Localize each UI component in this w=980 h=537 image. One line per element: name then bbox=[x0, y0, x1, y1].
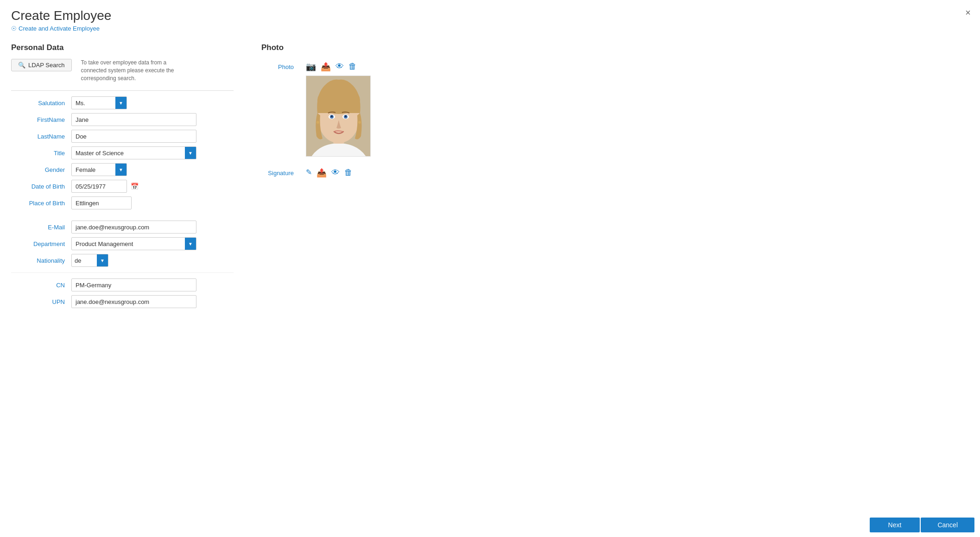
place-of-birth-field bbox=[71, 196, 234, 209]
photo-actions: 📷 📤 👁 🗑 bbox=[306, 62, 357, 72]
form-divider-top bbox=[11, 90, 234, 91]
date-of-birth-input[interactable] bbox=[71, 180, 127, 193]
signature-actions: ✎ 📤 👁 🗑 bbox=[306, 168, 353, 178]
cn-label: CN bbox=[11, 282, 71, 289]
left-panel: Personal Data 🔍 LDAP Search To take over… bbox=[11, 43, 234, 308]
photo-image bbox=[306, 76, 371, 157]
camera-icon[interactable]: 📷 bbox=[306, 62, 316, 72]
nationality-select[interactable]: de ▼ bbox=[71, 254, 108, 267]
department-dropdown-icon[interactable]: ▼ bbox=[185, 237, 196, 250]
calendar-icon[interactable]: 📅 bbox=[131, 183, 139, 190]
ldap-info-text: To take over employee data from a connec… bbox=[81, 59, 183, 82]
salutation-label: Salutation bbox=[11, 100, 71, 107]
right-panel: Photo Photo 📷 📤 👁 🗑 bbox=[261, 43, 969, 308]
nationality-value: de bbox=[72, 255, 97, 266]
lastname-label: LastName bbox=[11, 133, 71, 140]
upn-field bbox=[71, 295, 234, 308]
title-value: Master of Science bbox=[72, 148, 185, 158]
close-button[interactable]: × bbox=[965, 7, 971, 18]
title-field: Master of Science ▼ bbox=[71, 146, 234, 159]
personal-data-form: Salutation Ms. ▼ FirstName LastName bbox=[11, 96, 234, 308]
form-divider-middle bbox=[11, 272, 234, 273]
personal-data-title: Personal Data bbox=[11, 43, 234, 52]
department-field: Product Management ▼ bbox=[71, 237, 234, 250]
svg-point-7 bbox=[331, 115, 333, 117]
search-icon: 🔍 bbox=[18, 62, 25, 69]
dialog-header: Create Employee ☉ Create and Activate Em… bbox=[0, 0, 980, 36]
cn-input[interactable] bbox=[71, 278, 196, 291]
delete-photo-icon[interactable]: 🗑 bbox=[348, 62, 357, 72]
upn-input[interactable] bbox=[71, 295, 196, 308]
signature-label: Signature bbox=[261, 170, 298, 177]
email-label: E-Mail bbox=[11, 224, 71, 231]
page-title: Create Employee bbox=[11, 8, 969, 23]
nationality-dropdown-icon[interactable]: ▼ bbox=[97, 254, 108, 267]
title-dropdown-icon[interactable]: ▼ bbox=[185, 146, 196, 159]
date-of-birth-field: 📅 bbox=[71, 180, 234, 193]
title-label: Title bbox=[11, 150, 71, 157]
department-value: Product Management bbox=[72, 239, 185, 249]
salutation-value: Ms. bbox=[72, 98, 115, 108]
department-label: Department bbox=[11, 240, 71, 247]
date-of-birth-label: Date of Birth bbox=[11, 183, 71, 190]
create-activate-link[interactable]: ☉ Create and Activate Employee bbox=[11, 25, 100, 32]
email-field bbox=[71, 221, 234, 234]
cancel-button[interactable]: Cancel bbox=[921, 518, 974, 532]
lastname-field bbox=[71, 130, 234, 143]
signature-delete-icon[interactable]: 🗑 bbox=[344, 168, 353, 178]
email-input[interactable] bbox=[71, 221, 196, 234]
lastname-input[interactable] bbox=[71, 130, 196, 143]
next-button[interactable]: Next bbox=[870, 518, 920, 532]
svg-point-12 bbox=[358, 121, 361, 124]
signature-upload-icon[interactable]: 📤 bbox=[316, 168, 327, 178]
salutation-field: Ms. ▼ bbox=[71, 96, 234, 109]
ldap-search-button[interactable]: 🔍 LDAP Search bbox=[11, 59, 72, 71]
bottom-bar: Next Cancel bbox=[864, 513, 980, 537]
photo-content: 📷 📤 👁 🗑 bbox=[306, 62, 371, 157]
firstname-label: FirstName bbox=[11, 116, 71, 123]
salutation-dropdown-icon[interactable]: ▼ bbox=[115, 96, 126, 109]
person-photo-svg bbox=[306, 76, 371, 157]
svg-point-11 bbox=[316, 121, 319, 124]
upload-icon[interactable]: 📤 bbox=[321, 62, 331, 72]
create-employee-dialog: Create Employee ☉ Create and Activate Em… bbox=[0, 0, 980, 537]
nationality-field: de ▼ bbox=[71, 254, 234, 267]
firstname-input[interactable] bbox=[71, 113, 196, 126]
gender-dropdown-icon[interactable]: ▼ bbox=[115, 163, 126, 176]
photo-label: Photo bbox=[261, 63, 298, 70]
place-of-birth-label: Place of Birth bbox=[11, 200, 71, 207]
signature-view-icon[interactable]: 👁 bbox=[331, 168, 340, 178]
signature-draw-icon[interactable]: ✎ bbox=[306, 168, 312, 178]
nationality-label: Nationality bbox=[11, 257, 71, 264]
title-select[interactable]: Master of Science ▼ bbox=[71, 146, 196, 159]
gender-select[interactable]: Female ▼ bbox=[71, 163, 127, 176]
photo-section-title: Photo bbox=[261, 43, 969, 52]
gender-label: Gender bbox=[11, 166, 71, 173]
place-of-birth-input[interactable] bbox=[71, 196, 132, 209]
photo-row: Photo 📷 📤 👁 🗑 bbox=[261, 62, 969, 157]
check-circle-icon: ☉ bbox=[11, 25, 17, 32]
main-content: Personal Data 🔍 LDAP Search To take over… bbox=[0, 36, 980, 316]
firstname-field bbox=[71, 113, 234, 126]
cn-field bbox=[71, 278, 234, 291]
ldap-row: 🔍 LDAP Search To take over employee data… bbox=[11, 59, 234, 82]
svg-point-10 bbox=[345, 115, 347, 117]
upn-label: UPN bbox=[11, 298, 71, 305]
salutation-select[interactable]: Ms. ▼ bbox=[71, 96, 127, 109]
gender-field: Female ▼ bbox=[71, 163, 234, 176]
gender-value: Female bbox=[72, 164, 115, 175]
signature-row: Signature ✎ 📤 👁 🗑 bbox=[261, 168, 969, 178]
view-icon[interactable]: 👁 bbox=[335, 62, 344, 72]
department-select[interactable]: Product Management ▼ bbox=[71, 237, 196, 250]
